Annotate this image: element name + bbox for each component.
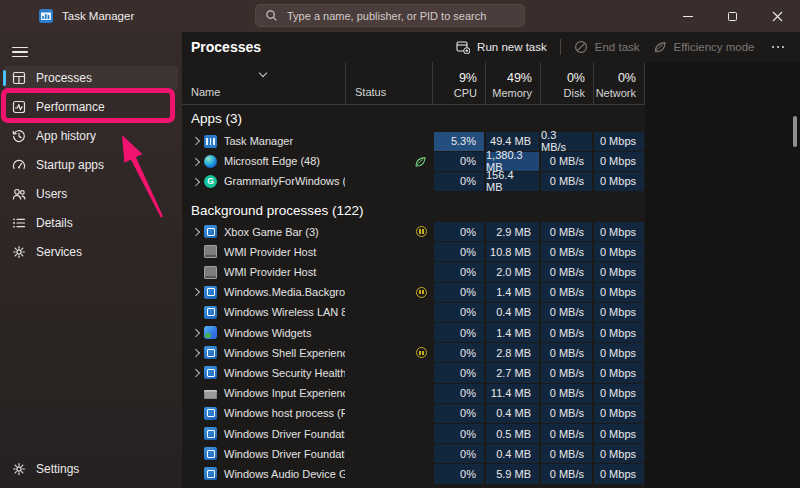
cpu-cell: 0% <box>434 424 484 443</box>
process-row[interactable]: Windows Driver Foundation - ...0%0.4 MB0… <box>182 444 645 464</box>
column-header-cpu[interactable]: 9% CPU <box>432 62 485 104</box>
app-icon-window <box>204 467 217 480</box>
app-icon-window <box>204 225 217 238</box>
expand-chevron-icon[interactable] <box>188 289 204 295</box>
group-header[interactable]: Apps (3) <box>182 105 645 131</box>
column-header-memory[interactable]: 49% Memory <box>485 62 540 104</box>
sidebar-item-performance[interactable]: Performance <box>4 95 178 119</box>
memory-cell: 0.4 MB <box>486 444 539 463</box>
sidebar-item-app-history[interactable]: App history <box>4 124 178 148</box>
process-row[interactable]: Task Manager5.3%49.4 MB0.3 MB/s0 Mbps <box>182 131 645 151</box>
memory-cell: 1,380.3 MB <box>486 152 539 171</box>
network-cell: 0 Mbps <box>594 444 644 463</box>
column-header-disk[interactable]: 0% Disk <box>540 62 593 104</box>
status-cell <box>345 171 432 191</box>
vertical-scrollbar[interactable] <box>793 116 797 147</box>
expand-chevron-icon[interactable] <box>188 229 204 235</box>
users-icon <box>11 186 27 202</box>
process-name: Xbox Game Bar (3) <box>224 226 319 238</box>
expand-chevron-icon[interactable] <box>188 138 204 144</box>
disk-cell: 0 MB/s <box>541 464 592 483</box>
sort-chevron-down-icon <box>258 69 266 77</box>
group-header[interactable]: Background processes (122) <box>182 200 645 222</box>
cpu-cell: 0% <box>434 363 484 382</box>
sidebar-item-startup-apps[interactable]: Startup apps <box>4 153 178 177</box>
close-button[interactable] <box>755 0 800 32</box>
paused-status-icon <box>416 287 427 298</box>
process-name: Windows Driver Foundation - ... <box>224 428 345 440</box>
process-row[interactable]: Windows Shell Experience Hos...0%2.8 MB0… <box>182 343 645 363</box>
process-name: WMI Provider Host <box>224 246 316 258</box>
disk-cell: 0 MB/s <box>541 404 592 423</box>
maximize-button[interactable] <box>710 0 755 32</box>
expand-chevron-icon[interactable] <box>188 330 204 336</box>
status-cell <box>345 363 432 383</box>
expand-chevron-icon[interactable] <box>188 370 204 376</box>
process-row[interactable]: Windows.Media.BackgroundPl...0%1.4 MB0 M… <box>182 282 645 302</box>
minimize-button[interactable] <box>665 0 710 32</box>
network-cell: 0 Mbps <box>594 424 644 443</box>
status-cell <box>345 403 432 423</box>
sidebar-item-label: Startup apps <box>36 158 104 172</box>
network-cell: 0 Mbps <box>594 363 644 382</box>
expand-chevron-icon[interactable] <box>188 159 204 165</box>
sidebar-item-users[interactable]: Users <box>4 182 178 206</box>
memory-cell: 0.4 MB <box>486 404 539 423</box>
efficiency-mode-button[interactable]: Efficiency mode <box>653 40 755 54</box>
run-new-task-button[interactable]: Run new task <box>456 40 547 54</box>
maximize-icon <box>728 12 737 21</box>
performance-icon <box>11 99 27 115</box>
process-name-cell: Windows Wireless LAN 802.1... <box>182 302 345 322</box>
column-header-status[interactable]: Status <box>345 62 432 104</box>
network-cell: 0 Mbps <box>594 384 644 403</box>
memory-cell: 49.4 MB <box>486 132 539 151</box>
cpu-cell: 0% <box>434 172 484 191</box>
process-row[interactable]: Windows Input Experience0%11.4 MB0 MB/s0… <box>182 383 645 403</box>
network-cell: 0 Mbps <box>594 222 644 241</box>
table-header: Name Status 9% CPU 49% Memory 0% Disk <box>182 62 645 105</box>
sidebar-item-settings[interactable]: Settings <box>4 457 178 481</box>
process-row[interactable]: Microsoft Edge (48)0%1,380.3 MB0 MB/s0 M… <box>182 151 645 171</box>
process-row[interactable]: GGrammarlyForWindows (32 bi...0%156.4 MB… <box>182 171 645 191</box>
disk-cell: 0 MB/s <box>541 303 592 322</box>
network-cell: 0 Mbps <box>594 132 644 151</box>
process-row[interactable]: Windows Audio Device Graph...0%5.9 MB0 M… <box>182 464 645 484</box>
app-icon-wmi <box>204 245 217 258</box>
process-row[interactable]: WMI Provider Host0%2.0 MB0 MB/s0 Mbps <box>182 262 645 282</box>
memory-cell: 1.4 MB <box>486 283 539 302</box>
sidebar: ProcessesPerformanceApp historyStartup a… <box>0 32 182 488</box>
process-row[interactable]: Windows Security Health Servi...0%2.7 MB… <box>182 363 645 383</box>
search-placeholder: Type a name, publisher, or PID to search <box>287 10 486 22</box>
process-row[interactable]: Windows Widgets0%1.4 MB0 MB/s0 Mbps <box>182 323 645 343</box>
process-row[interactable]: Windows Driver Foundation - ...0%0.5 MB0… <box>182 423 645 443</box>
status-cell <box>345 323 432 343</box>
process-row[interactable]: WMI Provider Host0%10.8 MB0 MB/s0 Mbps <box>182 242 645 262</box>
network-cell: 0 Mbps <box>594 262 644 281</box>
sidebar-item-services[interactable]: Services <box>4 240 178 264</box>
process-row[interactable]: Windows Wireless LAN 802.1...0%0.4 MB0 M… <box>182 302 645 322</box>
sidebar-item-details[interactable]: Details <box>4 211 178 235</box>
status-cell <box>345 423 432 443</box>
disk-cell: 0.3 MB/s <box>541 132 592 151</box>
disk-cell: 0 MB/s <box>541 222 592 241</box>
sidebar-item-label: Settings <box>36 462 79 476</box>
process-row[interactable]: Xbox Game Bar (3)0%2.9 MB0 MB/s0 Mbps <box>182 222 645 242</box>
expand-chevron-icon[interactable] <box>188 179 204 185</box>
navigation-menu-button[interactable] <box>12 41 38 63</box>
network-cell: 0 Mbps <box>594 283 644 302</box>
process-row[interactable]: Windows host process (Rundll...0%0.4 MB0… <box>182 403 645 423</box>
status-cell <box>345 151 432 171</box>
search-input[interactable]: Type a name, publisher, or PID to search <box>255 4 525 27</box>
sidebar-item-processes[interactable]: Processes <box>4 66 178 90</box>
column-header-name[interactable]: Name <box>182 62 345 104</box>
process-name-cell: Microsoft Edge (48) <box>182 151 345 171</box>
status-cell <box>345 242 432 262</box>
sidebar-item-label: Performance <box>36 100 105 114</box>
expand-chevron-icon[interactable] <box>188 350 204 356</box>
sidebar-item-label: Services <box>36 245 82 259</box>
column-header-network[interactable]: 0% Network <box>593 62 645 104</box>
end-task-button[interactable]: End task <box>574 40 640 54</box>
more-options-button[interactable] <box>768 46 789 49</box>
process-name-cell: Windows Driver Foundation - ... <box>182 423 345 443</box>
process-list: Apps (3)Task Manager5.3%49.4 MB0.3 MB/s0… <box>182 105 645 488</box>
